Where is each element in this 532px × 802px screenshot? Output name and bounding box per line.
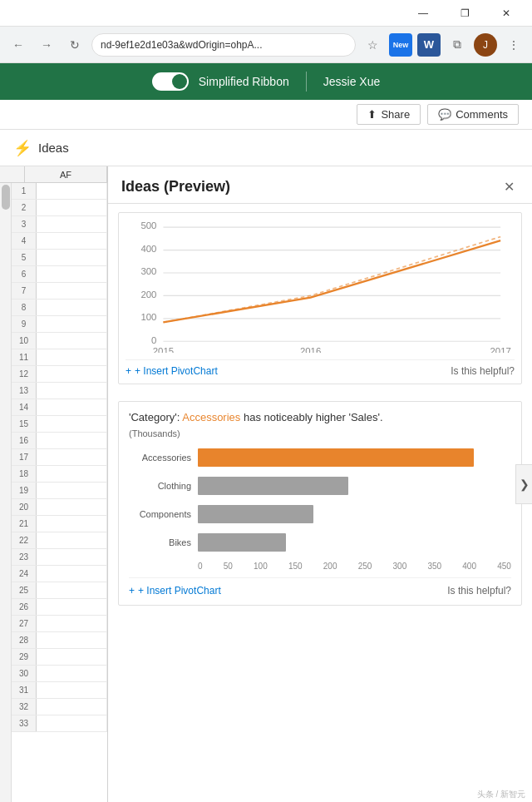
share-button[interactable]: ⬆ Share [357, 104, 421, 125]
bar-row-clothing: Clothing [129, 477, 511, 495]
row-num: 3 [12, 216, 37, 232]
grid-cell[interactable] [37, 216, 107, 232]
bar-axis: 0 50 100 150 200 250 300 350 400 450 [198, 562, 511, 571]
grid-cell[interactable] [37, 549, 107, 565]
grid-cell[interactable] [37, 266, 107, 282]
menu-icon[interactable]: ⋮ [502, 33, 525, 57]
ribbon-bar: Simplified Ribbon Jessie Xue [0, 63, 532, 100]
grid-cell[interactable] [37, 200, 107, 215]
grid-cell[interactable] [37, 532, 107, 548]
grid-cell[interactable] [37, 616, 107, 631]
forward-icon[interactable]: → [35, 33, 58, 57]
grid-cell[interactable] [37, 599, 107, 615]
word-icon[interactable]: W [417, 33, 441, 57]
back-icon[interactable]: ← [7, 33, 30, 57]
row-num: 17 [12, 449, 37, 465]
grid-cell[interactable] [37, 582, 107, 598]
grid-cell[interactable] [37, 499, 107, 515]
insert-pivotchart-button-2[interactable]: + + Insert PivotChart [129, 585, 221, 597]
panel-expand-button[interactable]: ❯ [515, 464, 532, 504]
insert-pivotchart-button-1[interactable]: + + Insert PivotChart [126, 365, 218, 377]
grid-cell[interactable] [37, 283, 107, 299]
axis-250: 250 [358, 562, 372, 571]
grid-cell[interactable] [37, 233, 107, 249]
lightning-icon: ⚡ [13, 139, 32, 157]
row-num: 4 [12, 233, 37, 249]
grid-row: 27 [12, 616, 107, 632]
svg-text:300: 300 [140, 266, 156, 276]
grid-cell[interactable] [37, 483, 107, 498]
row-num: 24 [12, 566, 37, 582]
grid-row: 32 [12, 699, 107, 715]
scrollbar-thumb[interactable] [2, 185, 10, 210]
row-num: 33 [12, 715, 37, 731]
row-num: 5 [12, 250, 37, 265]
grid-cell[interactable] [37, 566, 107, 582]
panel-title: Ideas (Preview) [121, 178, 230, 196]
svg-text:100: 100 [140, 312, 156, 322]
share-icon: ⬆ [367, 108, 377, 121]
grid-cell[interactable] [37, 516, 107, 532]
corner-cell [0, 166, 25, 182]
grid-cell[interactable] [37, 466, 107, 482]
address-bar[interactable]: nd-9ef1e2d1e03a&wdOrigin=ohpA... [91, 33, 356, 57]
svg-text:2016: 2016 [300, 346, 321, 353]
row-num: 15 [12, 416, 37, 432]
grid-cell[interactable] [37, 682, 107, 698]
grid-cell[interactable] [37, 632, 107, 648]
close-button[interactable]: ✕ [487, 0, 525, 27]
grid-cell[interactable] [37, 433, 107, 448]
grid-cell[interactable] [37, 699, 107, 715]
grid-cell[interactable] [37, 715, 107, 731]
bar-row-bikes: Bikes [129, 533, 511, 552]
bar-fill-accessories [198, 448, 474, 467]
bar-fill-clothing [198, 477, 348, 495]
new-tab-button[interactable]: New [389, 33, 412, 57]
restore-button[interactable]: ❐ [446, 0, 484, 27]
grid-cell[interactable] [37, 449, 107, 465]
bar-track-accessories [198, 448, 511, 467]
grid-cell[interactable] [37, 649, 107, 665]
row-num: 1 [12, 183, 37, 199]
helpful-label-1: Is this helpful? [451, 365, 515, 377]
scrollbar-area[interactable] [0, 183, 12, 802]
grid-cell[interactable] [37, 333, 107, 349]
bar-label-components: Components [129, 509, 191, 519]
grid-rows: 1 2 3 4 5 6 7 8 9 10 11 12 13 14 15 16 1… [12, 183, 107, 802]
avatar[interactable]: J [474, 33, 497, 57]
axis-300: 300 [393, 562, 407, 571]
grid-cell[interactable] [37, 666, 107, 681]
grid-cell[interactable] [37, 383, 107, 399]
axis-400: 400 [462, 562, 476, 571]
category-name: Accessories [182, 411, 240, 423]
row-num: 21 [12, 516, 37, 532]
grid-row: 13 [12, 383, 107, 399]
row-num: 22 [12, 532, 37, 548]
row-num: 20 [12, 499, 37, 515]
grid-cell[interactable] [37, 366, 107, 382]
star-icon[interactable]: ☆ [361, 33, 384, 57]
grid-cell[interactable] [37, 416, 107, 432]
grid-cell[interactable] [37, 183, 107, 199]
grid-cell[interactable] [37, 250, 107, 265]
simplified-ribbon-toggle[interactable] [152, 72, 189, 91]
grid-row: 33 [12, 715, 107, 732]
grid-cell[interactable] [37, 316, 107, 332]
toggle-track[interactable] [152, 72, 189, 91]
row-num: 30 [12, 666, 37, 681]
axis-350: 350 [427, 562, 441, 571]
svg-text:2015: 2015 [153, 346, 174, 353]
row-num: 29 [12, 649, 37, 665]
panel-close-button[interactable]: ✕ [499, 176, 519, 196]
tabs-icon[interactable]: ⧉ [446, 33, 469, 57]
grid-row: 17 [12, 449, 107, 466]
svg-text:200: 200 [140, 290, 156, 300]
line-chart-area: 0 100 200 300 400 500 [126, 220, 515, 353]
comments-button[interactable]: 💬 Comments [427, 104, 519, 125]
grid-cell[interactable] [37, 399, 107, 415]
grid-cell[interactable] [37, 300, 107, 315]
axis-100: 100 [254, 562, 268, 571]
minimize-button[interactable]: — [404, 0, 442, 27]
refresh-icon[interactable]: ↻ [63, 33, 86, 57]
grid-cell[interactable] [37, 349, 107, 365]
